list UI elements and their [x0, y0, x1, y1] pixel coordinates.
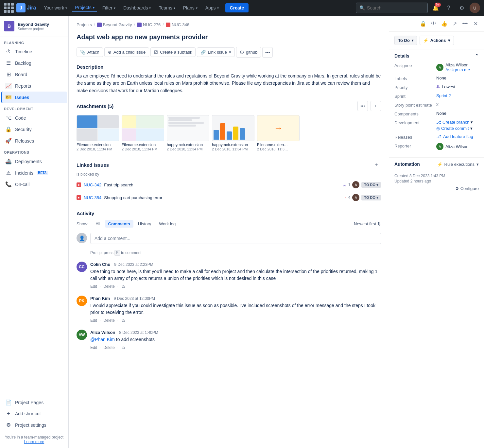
nav-apps[interactable]: Apps ▾: [203, 4, 221, 12]
attach-button[interactable]: 📎 Attach: [77, 47, 103, 57]
watch-icon-button[interactable]: 👁: [429, 19, 438, 28]
comment-edit-link[interactable]: Edit: [90, 345, 97, 350]
rule-executions-link[interactable]: ⚡ Rule executions ▾: [437, 162, 479, 167]
link-chevron-icon: ▾: [229, 50, 231, 55]
linked-issue-key-354[interactable]: NUC-354: [84, 195, 101, 200]
sidebar-item-issues[interactable]: 🎫 Issues: [1, 92, 67, 103]
attachment-name: Filename.exten…: [257, 143, 300, 147]
attachments-add-button[interactable]: +: [371, 101, 381, 111]
beta-badge: BETA: [37, 171, 48, 175]
tab-worklog[interactable]: Work log: [156, 220, 179, 228]
issue-status-badge[interactable]: TO DO ▾: [361, 195, 381, 200]
lock-icon-button[interactable]: 🔒: [419, 19, 428, 28]
create-commit-link[interactable]: Create commit: [441, 126, 469, 131]
sprint-value[interactable]: Sprint 2: [436, 93, 451, 98]
comment-emoji-button[interactable]: ☺: [121, 345, 126, 350]
issue-type-tag: ■: [77, 195, 81, 200]
configure-button[interactable]: ⚙ Configure: [455, 186, 479, 191]
share-icon-button[interactable]: ↗: [450, 19, 459, 28]
nav-your-work[interactable]: Your work ▾: [41, 4, 70, 12]
create-button[interactable]: Create: [225, 3, 249, 12]
actions-dropdown[interactable]: ⚡ Actions ▾: [420, 36, 454, 45]
operations-label: OPERATIONS: [0, 146, 68, 156]
paperclip-icon: 📎: [80, 50, 85, 55]
comment-delete-link[interactable]: Delete: [103, 318, 115, 323]
sidebar-item-backlog[interactable]: ☰ Backlog: [1, 57, 67, 69]
create-subtask-button[interactable]: ☑ Create a subtask: [150, 47, 196, 57]
sidebar-item-project-pages[interactable]: 📄 Project Pages: [1, 397, 67, 408]
add-linked-issue-button[interactable]: +: [372, 160, 381, 169]
add-child-issue-button[interactable]: ⊕ Add a child issue: [104, 47, 149, 57]
issue-status-badge[interactable]: TO DO ▾: [361, 182, 381, 188]
comment-edit-link[interactable]: Edit: [90, 318, 97, 323]
commenter-avatar: PK: [77, 296, 87, 306]
sidebar-item-timeline[interactable]: ⏱ Timeline: [1, 46, 67, 57]
search-bar[interactable]: 🔍: [356, 3, 428, 13]
attachment-item[interactable]: → Filename.exten… 2 Dec 2018, 11:3…: [257, 115, 300, 151]
security-icon: 🔒: [5, 126, 12, 132]
status-chevron-icon: ▾: [376, 196, 378, 200]
toolbar-more-button[interactable]: •••: [262, 47, 273, 58]
breadcrumb-beyond-gravity[interactable]: Beyond Gravity: [103, 22, 132, 27]
comment-delete-link[interactable]: Delete: [103, 284, 115, 289]
attachment-name: happymcb.extension: [167, 143, 209, 147]
tab-comments[interactable]: Comments: [105, 220, 133, 228]
sidebar-item-deployments[interactable]: 🚢 Deployments: [1, 156, 67, 167]
sidebar-item-oncall[interactable]: 📞 On-call: [1, 179, 67, 190]
sidebar-item-add-shortcut[interactable]: + Add shortcut: [1, 408, 67, 419]
comment-input[interactable]: Add a comment...: [90, 233, 381, 244]
sidebar-item-releases[interactable]: 🚀 Releases: [1, 135, 67, 146]
sidebar-item-project-settings[interactable]: ⚙ Project settings: [1, 419, 67, 431]
details-title[interactable]: Details ⌃: [394, 53, 479, 59]
comment-emoji-button[interactable]: ☺: [121, 284, 126, 289]
comment-edit-link[interactable]: Edit: [90, 284, 97, 289]
sidebar-item-incidents[interactable]: ⚠ Incidents BETA: [1, 167, 67, 179]
nav-plans[interactable]: Plans ▾: [181, 4, 200, 12]
attachment-item[interactable]: Filename.extension 2 Dec 2018, 11:34 PM: [122, 115, 164, 151]
attachment-item[interactable]: happymcb.extension 2 Dec 2018, 11:34 PM: [167, 115, 209, 151]
app-grid-icon[interactable]: [4, 3, 14, 13]
tab-history[interactable]: History: [135, 220, 154, 228]
sidebar-item-security[interactable]: 🔒 Security: [1, 124, 67, 135]
nav-teams[interactable]: Teams ▾: [156, 4, 178, 12]
attachments-more-button[interactable]: •••: [357, 101, 368, 111]
commenter-avatar: CC: [77, 262, 87, 272]
github-button[interactable]: ⊙ github: [236, 47, 261, 58]
create-branch-link[interactable]: Create branch: [442, 120, 469, 125]
thumbsup-icon-button[interactable]: 👍: [440, 19, 449, 28]
link-issue-button[interactable]: 🔗 Link Issue ▾: [197, 47, 235, 57]
nav-filter[interactable]: Filter ▾: [100, 4, 118, 12]
help-button[interactable]: ?: [443, 3, 454, 13]
notifications-button[interactable]: 🔔 9+: [430, 3, 441, 13]
github-icon: ⊙: [240, 49, 244, 55]
more-options-button[interactable]: •••: [460, 19, 470, 28]
attachment-item[interactable]: happymcb.extension 2 Dec 2018, 11:34 PM: [212, 115, 254, 151]
status-dropdown[interactable]: To Do ▾: [394, 36, 417, 45]
breadcrumb: Projects / Beyond Gravity / NUC-276 / NU…: [77, 22, 381, 27]
settings-button[interactable]: ⚙: [457, 3, 467, 13]
assign-to-me-link[interactable]: Assign to me: [445, 67, 470, 72]
comment-delete-link[interactable]: Delete: [103, 345, 115, 350]
assignee-row: Assignee A Aliza Wilson Assign to me: [394, 62, 479, 72]
close-button[interactable]: ✕: [471, 19, 480, 28]
jira-logo[interactable]: J Jira: [16, 3, 36, 12]
comment-emoji-button[interactable]: ☺: [121, 318, 126, 323]
add-feature-flag-link[interactable]: Add feature flag: [443, 134, 473, 139]
nav-projects[interactable]: Projects ▾: [72, 4, 97, 12]
search-input[interactable]: [367, 5, 424, 10]
nav-dashboards[interactable]: Dashboards ▾: [121, 4, 154, 12]
issue-title: Adapt web app no new payments provider: [77, 32, 381, 42]
sort-button[interactable]: Newest first ⇅: [354, 221, 381, 226]
sidebar-item-reports[interactable]: 📈 Reports: [1, 80, 67, 92]
sidebar-item-code[interactable]: ⌥ Code: [1, 112, 67, 124]
sidebar-item-board[interactable]: ⊞ Board: [1, 69, 67, 80]
timestamps: Created 8 Dec 2023 1:43 PM Updated 2 hou…: [389, 171, 484, 194]
attachment-item[interactable]: Filename.extension 2 Dec 2018, 11:34 PM: [77, 115, 119, 151]
tab-all[interactable]: All: [92, 220, 103, 228]
linked-issue-key-342[interactable]: NUC-342: [84, 182, 101, 187]
learn-more-link[interactable]: Learn more: [24, 439, 44, 444]
user-avatar[interactable]: U: [470, 3, 480, 13]
breadcrumb-nuc276[interactable]: NUC-276: [143, 22, 161, 27]
flag-icon: ⎇: [436, 134, 441, 139]
breadcrumb-projects[interactable]: Projects: [77, 22, 92, 27]
